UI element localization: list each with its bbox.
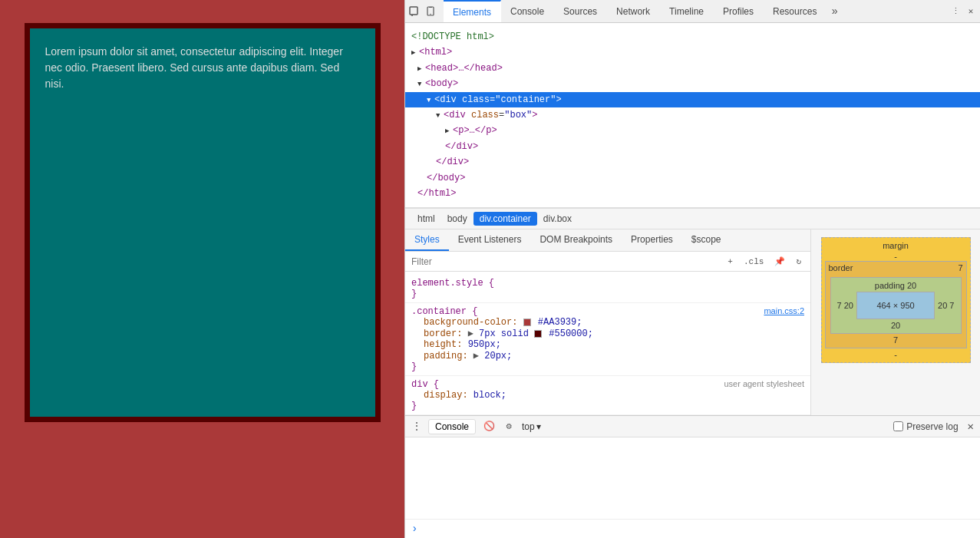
- tree-close-div-box[interactable]: </div>: [405, 139, 980, 154]
- tab-console[interactable]: Console: [501, 0, 554, 22]
- tree-div-box[interactable]: ▼<div class="box">: [405, 107, 980, 123]
- browser-page: Lorem ipsum dolor sit amet, consectetur …: [0, 0, 404, 538]
- close-devtools-icon[interactable]: ✕: [965, 5, 977, 18]
- breadcrumb-div-box[interactable]: div.box: [537, 212, 578, 226]
- device-icon[interactable]: [425, 5, 437, 18]
- css-prop-height: height: 950px;: [411, 339, 804, 350]
- styles-subtabs: Styles Event Listeners DOM Breakpoints P…: [405, 229, 810, 252]
- elements-panel: <!DOCTYPE html> ▶<html> ▶<head>…</head> …: [405, 23, 980, 415]
- tree-html[interactable]: ▶<html>: [405, 45, 980, 60]
- devtools-panel: Elements Console Sources Network Timelin…: [404, 0, 980, 538]
- border-right-val: 7: [958, 263, 962, 272]
- console-body: [405, 437, 980, 519]
- css-prop-bg-color: background-color: #AA3939;: [411, 317, 804, 328]
- refresh-styles-button[interactable]: ↻: [793, 255, 804, 268]
- box-border: border 7 padding 20 7 20 464 × 95: [825, 261, 967, 348]
- preserve-log-checkbox-area: Preserve log: [893, 421, 958, 432]
- tab-profiles[interactable]: Profiles: [714, 0, 764, 22]
- tab-elements[interactable]: Elements: [444, 0, 501, 22]
- tree-head[interactable]: ▶<head>…</head>: [405, 61, 980, 76]
- more-tabs-button[interactable]: »: [827, 5, 842, 18]
- box-margin: margin - border 7 padding 20: [821, 237, 971, 363]
- css-rule-container-selector-line: .container { main.css:2: [411, 306, 804, 317]
- tab-sources[interactable]: Sources: [554, 0, 607, 22]
- box-padding: padding 20 7 20 464 × 950 20 7 20: [830, 277, 962, 334]
- css-rule-close: }: [411, 289, 804, 299]
- html-tree: <!DOCTYPE html> ▶<html> ▶<head>…</head> …: [405, 23, 980, 208]
- margin-top-val: -: [825, 252, 967, 261]
- devtools-tabs: Elements Console Sources Network Timelin…: [444, 0, 949, 22]
- breadcrumb-html[interactable]: html: [411, 212, 441, 226]
- tree-close-body[interactable]: </body>: [405, 170, 980, 186]
- bg-color-swatch[interactable]: [523, 319, 531, 326]
- tab-resources[interactable]: Resources: [764, 0, 827, 22]
- toggle-class-button[interactable]: .cls: [741, 256, 767, 268]
- console-context-selector[interactable]: top ▾: [522, 421, 541, 432]
- border-label: border: [829, 263, 853, 272]
- breadcrumb: html body div.container div.box: [405, 208, 980, 229]
- pin-styles-button[interactable]: 📌: [771, 255, 788, 268]
- breadcrumb-body[interactable]: body: [441, 212, 474, 226]
- subtab-scope[interactable]: $scope: [682, 229, 731, 251]
- styles-panel: Styles Event Listeners DOM Breakpoints P…: [405, 229, 980, 415]
- padding-bottom-val: 20: [834, 321, 958, 330]
- left-vals: 7 20: [834, 301, 856, 310]
- css-prop-padding: padding: ▶ 20px;: [411, 350, 804, 361]
- user-agent-label: user agent stylesheet: [724, 379, 804, 388]
- subtab-styles[interactable]: Styles: [405, 229, 449, 251]
- css-rule-element-style: element.style { }: [405, 275, 810, 303]
- close-console-button[interactable]: ✕: [968, 420, 974, 433]
- padding-label: padding 20: [834, 281, 958, 290]
- subtab-dom-breakpoints[interactable]: DOM Breakpoints: [530, 229, 622, 251]
- tree-doctype[interactable]: <!DOCTYPE html>: [405, 29, 980, 45]
- box-model-panel: margin - border 7 padding 20: [811, 229, 980, 415]
- more-options-icon[interactable]: ⋮: [949, 5, 962, 18]
- css-source-link[interactable]: main.css:2: [764, 306, 804, 315]
- add-style-rule-button[interactable]: +: [724, 256, 736, 268]
- svg-rect-0: [410, 7, 417, 15]
- margin-bottom-val: -: [825, 350, 967, 359]
- tab-timeline[interactable]: Timeline: [660, 0, 714, 22]
- tree-div-container[interactable]: ▼<div class="container">: [405, 92, 980, 107]
- tree-close-html[interactable]: </html>: [405, 186, 980, 201]
- css-rule-div: div { user agent stylesheet display: blo…: [405, 376, 810, 415]
- prompt-arrow-icon: ›: [411, 523, 417, 535]
- css-rule-container-close: }: [411, 361, 804, 372]
- css-prop-border: border: ▶ 7px solid #550000;: [411, 328, 804, 339]
- lorem-paragraph: Lorem ipsum dolor sit amet, consectetur …: [45, 44, 360, 92]
- clear-console-button[interactable]: 🚫: [482, 420, 496, 434]
- border-color-swatch[interactable]: [534, 330, 542, 338]
- filter-console-button[interactable]: ⚙: [502, 420, 516, 434]
- console-tab-label[interactable]: Console: [428, 419, 476, 434]
- console-panel-dots[interactable]: ⋮: [411, 420, 422, 433]
- preserve-log-label: Preserve log: [906, 421, 958, 432]
- inspect-icon[interactable]: [408, 5, 421, 18]
- tab-network[interactable]: Network: [607, 0, 660, 22]
- preserve-log-checkbox[interactable]: [893, 421, 903, 431]
- css-prop-display: display: block;: [411, 390, 804, 401]
- css-rule-container: .container { main.css:2 background-color…: [405, 303, 810, 376]
- tree-body[interactable]: ▼<body>: [405, 76, 980, 91]
- css-rule-div-close: }: [411, 401, 804, 411]
- toolbar-right-icons: ⋮ ✕: [949, 5, 977, 18]
- box-content-row: 7 20 464 × 950 20 7: [834, 292, 958, 319]
- svg-rect-3: [429, 7, 432, 8]
- subtab-properties[interactable]: Properties: [622, 229, 682, 251]
- css-rules: element.style { } .container { main.css:…: [405, 272, 810, 415]
- console-panel: ⋮ Console 🚫 ⚙ top ▾ Preserve log ✕ ›: [405, 415, 980, 538]
- styles-left-panel: Styles Event Listeners DOM Breakpoints P…: [405, 229, 811, 415]
- tree-p[interactable]: ▶<p>…</p>: [405, 123, 980, 138]
- styles-filter-bar: + .cls 📌 ↻: [405, 252, 810, 272]
- toolbar-left-icons: [408, 5, 437, 18]
- right-vals: 20 7: [935, 301, 957, 310]
- devtools-toolbar: Elements Console Sources Network Timelin…: [405, 0, 980, 23]
- margin-label: margin: [825, 241, 967, 250]
- tree-close-div-container[interactable]: </div>: [405, 154, 980, 170]
- subtab-event-listeners[interactable]: Event Listeners: [449, 229, 531, 251]
- console-toolbar: ⋮ Console 🚫 ⚙ top ▾ Preserve log ✕: [405, 416, 980, 437]
- box-model-diagram: margin - border 7 padding 20: [821, 237, 971, 363]
- styles-filter-input[interactable]: [411, 256, 720, 267]
- css-rule-div-selector-line: div { user agent stylesheet: [411, 379, 804, 390]
- breadcrumb-div-container[interactable]: div.container: [474, 212, 537, 226]
- console-prompt[interactable]: ›: [405, 519, 980, 538]
